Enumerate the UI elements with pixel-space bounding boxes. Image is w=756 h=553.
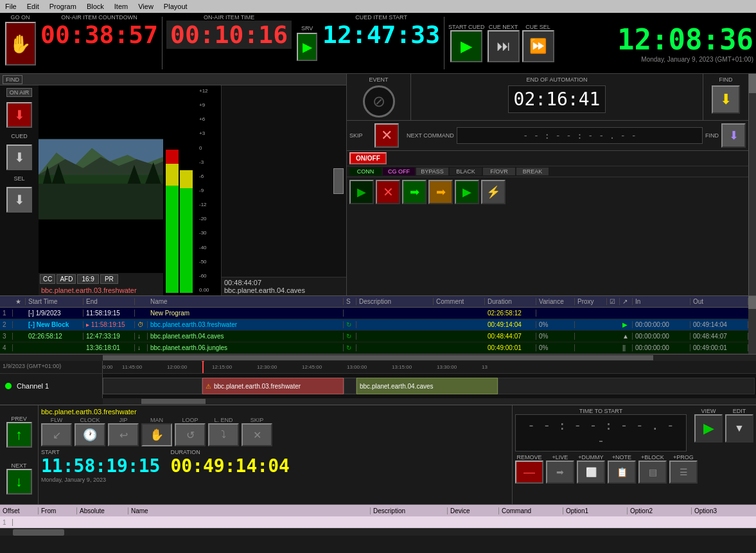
find-bar: FIND [0,74,346,85]
preview-caves-filename: bbc.planet.earth.04.caves [224,286,344,294]
find-label-skip: FIND [705,132,719,139]
channel-indicator [5,383,12,389]
tick-1300: 13:00:00 [347,364,367,370]
timeline-top-thumb[interactable] [103,355,653,360]
menu-view[interactable]: View [133,1,159,12]
duration-label: DURATION [170,449,289,455]
ctrl-conn-btn[interactable]: ▶ [349,180,374,204]
menu-block[interactable]: Block [82,1,109,12]
dummy-button[interactable]: ⬜ [577,461,605,484]
live-button[interactable]: ➡ [546,461,574,484]
dummy-label: +DUMMY [578,454,603,461]
timeline-item-caves[interactable]: bbc.planet.earth.04.caves [356,378,498,394]
start-cued-button[interactable]: ▶ [450,30,482,62]
ctrl-x-btn[interactable]: ✕ [376,180,400,204]
menu-program[interactable]: Program [44,1,82,12]
row3-in: 00:00:00:00 [633,333,690,340]
man-button[interactable]: ✋ [141,423,172,446]
skip-button[interactable]: ✕ [374,123,399,148]
timeline-top-scroll[interactable] [0,355,756,361]
loop-button[interactable]: ↺ [175,423,206,446]
playlist-scrollbar[interactable] [748,296,756,354]
on-air-section: ON AIR ⬇ CUED ⬇ SEL ⬇ [0,85,39,295]
playlist-row-4[interactable]: 4 13:36:18:01 ↓ bbc.planet.earth.06.jung… [0,342,748,354]
find-label: FIND [3,75,22,84]
timeline-item-freshwater[interactable]: ⚠ bbc.planet.earth.03.freshwater [202,378,344,394]
menu-edit[interactable]: Edit [22,1,44,12]
ctrl-arrow2-btn[interactable]: ➡ [428,180,453,204]
view-button[interactable]: ▶ [694,414,723,443]
sel-button[interactable]: ⬇ [6,187,32,213]
start-cued-label: START CUED [448,24,485,30]
bottom-scroll-thumb[interactable] [13,529,64,536]
bt-option3-header: Option3 [692,507,756,514]
skip-mode-button[interactable]: ✕ [242,423,272,446]
timeline-scroll-track[interactable] [103,398,756,405]
next-arrow-icon: ↓ [15,473,22,490]
row3-start: 12:47:33:19 [84,333,135,340]
timeline-bottom-scroll[interactable] [0,398,756,405]
row4-in: 00:00:00:00 [633,344,690,351]
cued-icon: ⬇ [14,150,25,165]
timeline-channel-row: Channel 1 ⚠ bbc.planet.earth.03.freshwat… [0,374,756,398]
event-no-entry: ⊘ [363,85,395,118]
bottom-scrollbar[interactable] [0,528,756,536]
find-button[interactable]: ⬇ [712,85,740,114]
block-button[interactable]: ▤ [638,461,667,484]
menu-file[interactable]: File [0,1,22,12]
lend-button[interactable]: ⤵ [208,423,239,446]
right-controls: TIME TO START - - : - - : - - . - - VIEW… [512,405,756,504]
bt-option2-header: Option2 [628,507,692,514]
cue-sel-label: CUE SEL [525,24,550,30]
playlist-row-2[interactable]: 2 [-] New Block ▸ 11:58:19:15 ⏱ bbc.plan… [0,319,748,331]
playlist-scroll-thumb[interactable] [748,296,756,309]
ctrl-play-btn[interactable]: ▶ [455,180,479,204]
start-time-display: 11:58:19:15 [41,455,160,477]
video-filename-row: bbc.planet.earth.03.freshwater [39,285,163,295]
ctrl-bolt-btn[interactable]: ⚡ [481,180,505,204]
ctrl-arrow1-btn[interactable]: ➡ [402,180,426,204]
on-air-button[interactable]: ⬇ [6,102,32,128]
find-skip-button[interactable]: ⬇ [721,123,746,148]
timeline-scroll-thumb[interactable] [141,399,206,404]
col-var-header: Variance [536,298,575,305]
row2-arr: ▶ [620,321,633,328]
time-to-start-section: TIME TO START - - : - - : - - . - - [515,408,687,452]
go-on-button[interactable]: ✋ [5,22,36,66]
playlist-row-1[interactable]: 1 [-] 1/9/2023 11:58:19:15 New Program 0… [0,308,748,319]
cue-next-button[interactable]: ⏭ [488,30,520,62]
onoff-button[interactable]: ON/OFF [349,152,387,164]
main-scrollbar-thumb[interactable] [749,74,756,93]
menu-item[interactable]: Item [109,1,133,12]
waveform-slider[interactable] [333,168,344,194]
flw-button[interactable]: ↙ [41,423,72,446]
flw-label: FLW [51,417,62,423]
menu-playout[interactable]: Playout [159,1,193,12]
edit-button[interactable]: ▼ [725,414,753,443]
col-name-header: Name [148,298,344,305]
playlist-row-3[interactable]: 3 02:26:58:12 12:47:33:19 ↓ bbc.planet.e… [0,331,748,342]
jip-button[interactable]: ↩ [108,423,139,446]
prog-button[interactable]: ☰ [669,461,698,484]
note-button[interactable]: 📋 [608,461,636,484]
find-skip-icon: ⬇ [729,128,739,143]
next-button[interactable]: ↓ [6,469,32,495]
remove-button[interactable]: — [515,461,543,484]
skip-mode-label: SKIP [251,417,264,423]
cued-button[interactable]: ⬇ [6,145,32,170]
srv-button[interactable]: ▶ [297,33,317,61]
vu-scale-n60: -60 [199,273,209,279]
main-area: FIND ON AIR ⬇ CUED ⬇ SEL ⬇ [0,74,756,295]
go-on-section: GO ON ✋ [3,14,38,72]
transport-buttons: START CUED ▶ [448,14,485,72]
view-play-icon: ▶ [703,420,714,437]
svg-rect-5 [39,184,163,219]
onair-time-display: 00:10:16 [166,21,292,49]
bottom-table-row-1[interactable]: 1 [0,516,756,528]
main-scrollbar[interactable] [748,74,756,295]
countdown-section: ON-AIR ITEM COUNTDOWN 00:38:57 [40,14,158,72]
cue-sel-button[interactable]: ⏩ [522,30,554,62]
clock-button[interactable]: 🕐 [75,423,105,446]
video-frame [39,85,163,273]
prev-button[interactable]: ↑ [6,422,32,448]
